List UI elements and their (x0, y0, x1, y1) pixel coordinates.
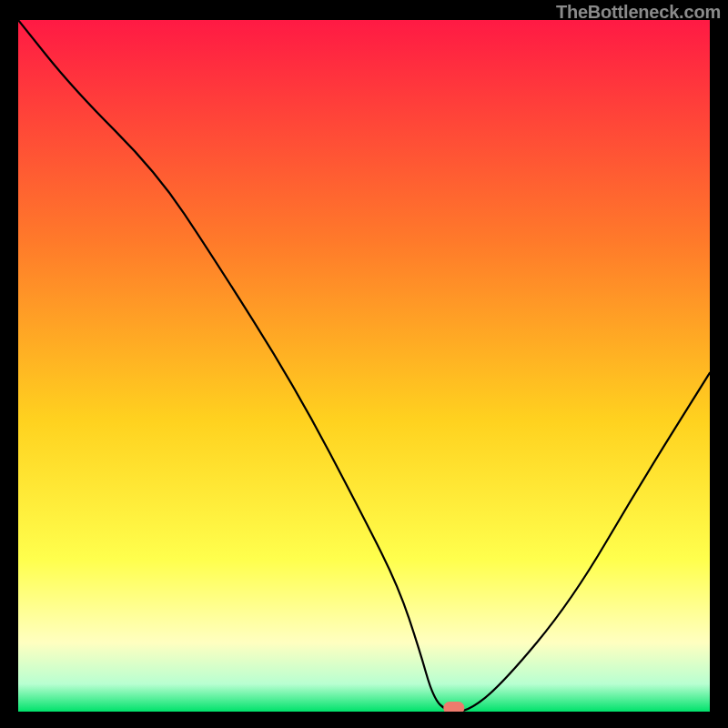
watermark-text: TheBottleneck.com (556, 2, 721, 23)
chart-container: { "watermark": "TheBottleneck.com", "col… (0, 0, 728, 728)
chart-svg (18, 20, 710, 712)
optimum-marker (444, 703, 464, 713)
plot-area (18, 20, 710, 712)
gradient-background (18, 20, 710, 712)
